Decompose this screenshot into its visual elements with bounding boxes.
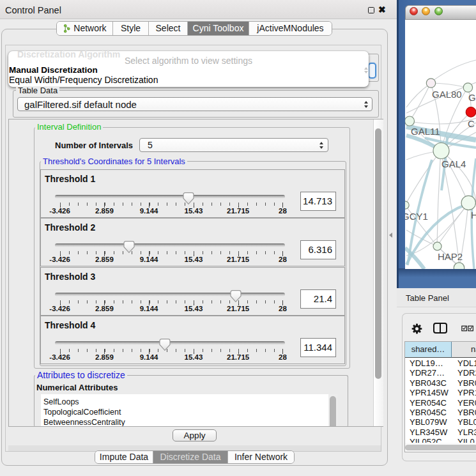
svg-text:G.: G.: [468, 92, 476, 103]
svg-text:C: C: [468, 118, 475, 129]
svg-text:GAL80: GAL80: [432, 89, 462, 100]
svg-text:GAL4: GAL4: [441, 158, 466, 169]
svg-text:HAP2: HAP2: [438, 251, 463, 262]
svg-text:GAL11: GAL11: [411, 126, 440, 137]
svg-text:H: H: [471, 210, 476, 220]
svg-text:GCY1: GCY1: [405, 211, 428, 222]
